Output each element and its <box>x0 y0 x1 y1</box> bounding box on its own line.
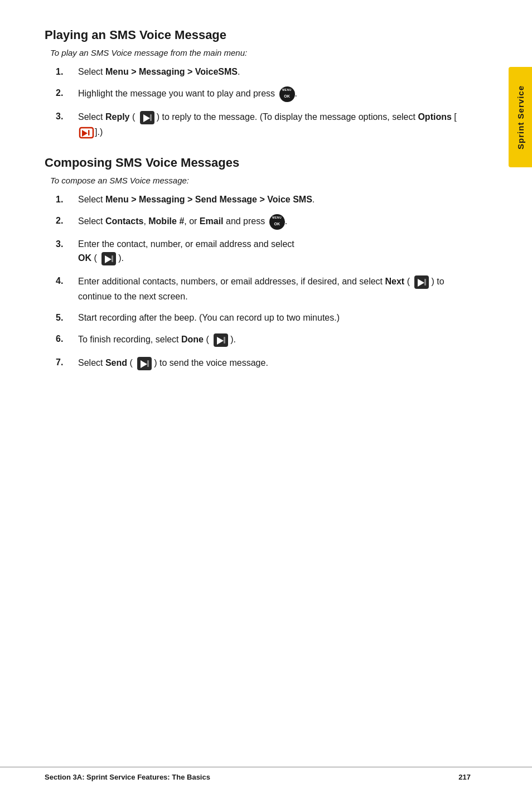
section1-step-2: Highlight the message you want to play a… <box>72 86 471 102</box>
section1-heading: Playing an SMS Voice Message <box>45 28 471 42</box>
s2-step4-text: Enter additional contacts, numbers, or e… <box>78 277 444 301</box>
side-tab: Sprint Service <box>509 67 532 167</box>
s2-step1-bold: Menu > Messaging > Send Message > Voice … <box>105 195 312 204</box>
section2-step-7: Select Send ( ) to send the voice messag… <box>72 356 471 371</box>
softkey-icon-ok <box>100 251 117 267</box>
svg-rect-14 <box>224 337 225 344</box>
softkey-icon-next <box>413 274 430 290</box>
step2-text: Highlight the message you want to play a… <box>78 89 297 98</box>
section1-steps: Select Menu > Messaging > VoiceSMS. High… <box>72 65 471 139</box>
footer-page-number: 217 <box>458 773 471 781</box>
s2-step6-done: Done <box>181 335 204 344</box>
svg-rect-5 <box>88 130 90 136</box>
softkey-icon-send <box>136 356 153 371</box>
section1-intro: To play an SMS Voice message from the ma… <box>50 48 471 57</box>
svg-rect-8 <box>112 255 113 262</box>
options-key-icon <box>79 127 94 139</box>
section2-heading: Composing SMS Voice Messages <box>45 156 471 170</box>
step1-text: Select Menu > Messaging > VoiceSMS. <box>78 67 240 76</box>
s2-step5-text: Start recording after the beep. (You can… <box>78 313 340 322</box>
section2-step-3: Enter the contact, number, or email addr… <box>72 238 471 267</box>
section2-intro: To compose an SMS Voice message: <box>50 176 471 185</box>
svg-rect-2 <box>150 114 152 121</box>
s2-step2-email: Email <box>200 216 224 226</box>
menu-ok-icon-1 <box>279 86 295 102</box>
section2-step-5: Start recording after the beep. (You can… <box>72 311 471 325</box>
softkey-icon-reply <box>139 110 156 125</box>
softkey-icon-done <box>212 332 229 348</box>
s2-step6-text: To finish recording, select Done ( ). <box>78 335 236 344</box>
page-footer: Section 3A: Sprint Service Features: The… <box>0 767 532 781</box>
section2-steps: Select Menu > Messaging > Send Message >… <box>72 193 471 371</box>
page-container: Sprint Service Playing an SMS Voice Mess… <box>0 0 532 798</box>
svg-rect-11 <box>424 279 426 286</box>
menu-ok-icon-2 <box>269 214 285 230</box>
section1-step-3: Select Reply ( ) to reply to the message… <box>72 110 471 139</box>
step3-bold-reply: Reply <box>105 112 130 122</box>
s2-step7-send: Send <box>105 358 127 367</box>
section2-step-1: Select Menu > Messaging > Send Message >… <box>72 193 471 206</box>
side-tab-label: Sprint Service <box>516 85 525 149</box>
svg-marker-4 <box>82 130 88 137</box>
step3-bold-options: Options <box>418 112 451 122</box>
s2-step2-contacts: Contacts <box>105 216 143 226</box>
s2-step7-text: Select Send ( ) to send the voice messag… <box>78 358 268 367</box>
s2-step3-text: Enter the contact, number, or email addr… <box>78 239 294 263</box>
s2-step1-text: Select Menu > Messaging > Send Message >… <box>78 195 315 204</box>
s2-step4-next: Next <box>385 277 405 286</box>
section2-step-4: Enter additional contacts, numbers, or e… <box>72 274 471 303</box>
section1-step-1: Select Menu > Messaging > VoiceSMS. <box>72 65 471 79</box>
section2-step-2: Select Contacts, Mobile #, or Email and … <box>72 214 471 230</box>
s2-step2-text: Select Contacts, Mobile #, or Email and … <box>78 216 287 226</box>
svg-rect-17 <box>147 360 149 367</box>
section2-step-6: To finish recording, select Done ( ). <box>72 332 471 348</box>
footer-section-text: Section 3A: Sprint Service Features: The… <box>45 773 210 781</box>
s2-step2-mobile: Mobile # <box>148 216 184 226</box>
step1-bold: Menu > Messaging > VoiceSMS <box>105 67 238 76</box>
step3-text: Select Reply ( ) to reply to the message… <box>78 112 457 137</box>
s2-step3-ok: OK <box>78 253 91 263</box>
